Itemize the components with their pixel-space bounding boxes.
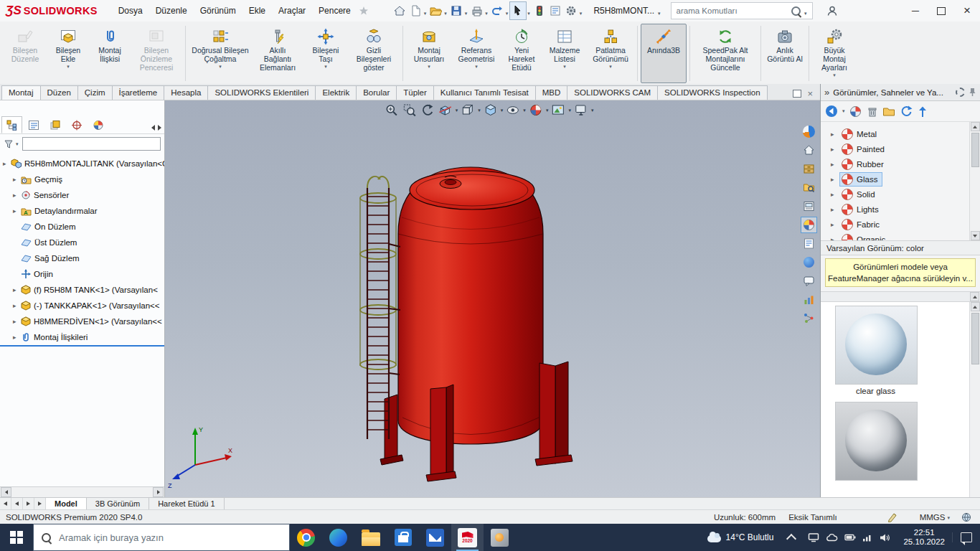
move-component-button[interactable]: Bileşeni Taşı ▾ bbox=[303, 24, 348, 83]
expand-arrow-icon[interactable]: ▸ bbox=[13, 318, 21, 325]
new-document-button[interactable] bbox=[407, 2, 423, 19]
expand-arrow-icon[interactable]: ▸ bbox=[13, 176, 21, 183]
edit-sketch-icon[interactable] bbox=[887, 512, 898, 522]
expand-arrow-icon[interactable]: ▸ bbox=[831, 161, 839, 168]
rebuild-button[interactable] bbox=[532, 2, 547, 19]
tree-item-annotations[interactable]: ▸ A Detaylandırmalar bbox=[0, 203, 164, 219]
document-dropdown-icon[interactable]: ▾ bbox=[658, 11, 661, 17]
home-button[interactable] bbox=[392, 2, 407, 19]
apply-scene-dropdown-icon[interactable]: ▾ bbox=[568, 108, 571, 113]
tree-item-origin[interactable]: Orijin bbox=[0, 266, 164, 282]
open-dropdown-icon[interactable]: ▾ bbox=[444, 11, 447, 17]
prev-tab-button[interactable] bbox=[11, 498, 23, 509]
view-settings-icon[interactable] bbox=[573, 103, 589, 118]
move-up-icon[interactable] bbox=[917, 105, 928, 118]
file-properties-button[interactable] bbox=[547, 2, 563, 19]
insert-components-dropdown-icon[interactable]: ▾ bbox=[67, 64, 70, 70]
tree-item-mates[interactable]: ▸ Montaj İlişkileri bbox=[0, 329, 164, 347]
collapse-pane-icon[interactable]: » bbox=[824, 87, 829, 98]
take-snapshot-button[interactable]: Anlık Görüntü Al bbox=[764, 24, 806, 83]
tree-item-tankkapak-part[interactable]: ▸ (-) TANKKAPAK<1> (Varsayılan<< bbox=[0, 298, 164, 314]
expand-arrow-icon[interactable]: ▸ bbox=[13, 192, 21, 199]
tabs-scroll-left-icon[interactable] bbox=[151, 125, 155, 131]
feature-tree-hscrollbar[interactable] bbox=[0, 486, 164, 497]
back-dropdown-icon[interactable]: ▾ bbox=[842, 108, 845, 114]
appearances-scenes-icon[interactable] bbox=[801, 217, 817, 233]
previous-view-icon[interactable] bbox=[419, 103, 435, 118]
bill-of-materials-button[interactable]: Malzeme Listesi ▾ bbox=[542, 24, 587, 83]
weather-widget[interactable]: 14°C Bulutlu bbox=[700, 532, 781, 542]
smart-fasteners-button[interactable]: Akıllı Bağlantı Elemanları bbox=[252, 24, 303, 83]
open-button[interactable] bbox=[428, 2, 443, 19]
assembly-features-button[interactable]: Montaj Unsurları ▾ bbox=[406, 24, 452, 83]
exploded-view-dropdown-icon[interactable]: ▾ bbox=[609, 64, 612, 70]
collapse-up-icon[interactable] bbox=[970, 292, 979, 301]
hscroll-right-icon[interactable] bbox=[153, 487, 164, 497]
thick-glass-thumbnail[interactable] bbox=[835, 402, 918, 481]
edit-appearance-icon[interactable] bbox=[527, 103, 544, 118]
close-button[interactable]: × bbox=[954, 0, 980, 22]
tab-hesapla[interactable]: Hesapla bbox=[164, 85, 208, 100]
pane-settings-gear-icon[interactable] bbox=[956, 88, 965, 97]
move-component-dropdown-icon[interactable]: ▾ bbox=[324, 64, 327, 70]
tab-3d-view[interactable]: 3B Görünüm bbox=[87, 498, 149, 509]
category-painted[interactable]: ▸Painted bbox=[824, 141, 969, 156]
home-tab-icon[interactable] bbox=[801, 142, 817, 159]
pin-pane-icon[interactable] bbox=[969, 88, 976, 97]
tank-assembly-model[interactable]: Y X Z bbox=[165, 100, 820, 497]
clear-glass-thumbnail[interactable] bbox=[835, 306, 918, 385]
refresh-icon[interactable] bbox=[900, 105, 913, 118]
hscroll-left-icon[interactable] bbox=[1, 487, 11, 497]
document-title[interactable]: R5H8mMONT... ▾ bbox=[593, 5, 661, 17]
file-explorer-app-button[interactable] bbox=[354, 524, 387, 551]
tree-vscrollbar[interactable] bbox=[969, 122, 980, 240]
tree-item-tank-part[interactable]: ▸ (f) R5H8M TANK<1> (Varsayılan< bbox=[0, 282, 164, 298]
edge-app-button[interactable] bbox=[322, 524, 354, 551]
store-app-button[interactable] bbox=[387, 524, 419, 551]
zoom-fit-icon[interactable] bbox=[383, 103, 400, 118]
linear-pattern-dropdown-icon[interactable]: ▾ bbox=[219, 64, 222, 70]
tree-item-front-plane[interactable]: Ön Düzlem bbox=[0, 219, 164, 235]
command-search-input[interactable] bbox=[675, 6, 788, 16]
tab-duzen[interactable]: Düzen bbox=[40, 85, 78, 100]
new-motion-study-button[interactable]: Yeni Hareket Etüdü bbox=[501, 24, 542, 83]
linear-component-pattern-button[interactable]: Doğrusal Bileşen Çoğaltma ▾ bbox=[189, 24, 252, 83]
category-metal[interactable]: ▸Metal bbox=[824, 126, 969, 141]
new-dropdown-icon[interactable]: ▾ bbox=[424, 11, 427, 17]
reference-geometry-dropdown-icon[interactable]: ▾ bbox=[475, 64, 478, 70]
forum-icon[interactable] bbox=[801, 254, 817, 270]
custom-status-icon[interactable] bbox=[961, 512, 971, 522]
menu-ekle[interactable]: Ekle bbox=[242, 2, 272, 19]
tab-motion-study[interactable]: Hareket Etüdü 1 bbox=[149, 498, 225, 509]
category-lights[interactable]: ▸Lights bbox=[824, 202, 969, 217]
expand-arrow-icon[interactable]: ▸ bbox=[13, 334, 21, 341]
category-glass[interactable]: ▸Glass bbox=[824, 171, 969, 187]
undock-ribbon-icon[interactable] bbox=[793, 90, 801, 98]
show-hidden-components-button[interactable]: Gizli Bileşenleri göster bbox=[348, 24, 400, 83]
section-view-icon[interactable] bbox=[437, 103, 453, 118]
category-solid[interactable]: ▸Solid bbox=[824, 187, 969, 202]
expand-arrow-icon[interactable]: ▸ bbox=[831, 206, 839, 213]
graphics-viewport[interactable]: Y X Z ▾ ▾ ▾ ▾ ▾ ▾ ▾ bbox=[165, 100, 820, 497]
options-dropdown-icon[interactable]: ▾ bbox=[580, 11, 583, 17]
section-view-dropdown-icon[interactable]: ▾ bbox=[456, 108, 458, 113]
volume-icon[interactable] bbox=[880, 533, 890, 542]
delete-icon[interactable] bbox=[866, 105, 878, 118]
close-ribbon-icon[interactable]: × bbox=[807, 90, 813, 98]
configurationmanager-tab[interactable] bbox=[44, 116, 65, 133]
tree-item-history[interactable]: ▸ Geçmiş bbox=[0, 171, 164, 187]
tree-item-merdiven-part[interactable]: ▸ H8MMERDİVEN<1> (Varsayılan<< bbox=[0, 314, 164, 329]
apply-scene-icon[interactable] bbox=[550, 103, 566, 118]
user-account-button[interactable] bbox=[824, 2, 840, 19]
edit-appearance-dropdown-icon[interactable]: ▾ bbox=[546, 108, 549, 113]
tab-mbd[interactable]: MBD bbox=[535, 85, 568, 100]
select-dropdown-icon[interactable]: ▾ bbox=[527, 11, 530, 17]
first-tab-button[interactable] bbox=[0, 498, 11, 509]
assembly-features-dropdown-icon[interactable]: ▾ bbox=[428, 64, 430, 70]
bom-dropdown-icon[interactable]: ▾ bbox=[563, 64, 566, 70]
menu-dosya[interactable]: Dosya bbox=[112, 2, 149, 19]
thumbnails-vscrollbar[interactable] bbox=[969, 302, 980, 497]
displaymanager-tab[interactable] bbox=[88, 116, 108, 133]
view-orientation-dropdown-icon[interactable]: ▾ bbox=[478, 108, 481, 113]
expand-arrow-icon[interactable]: ▸ bbox=[3, 160, 11, 167]
